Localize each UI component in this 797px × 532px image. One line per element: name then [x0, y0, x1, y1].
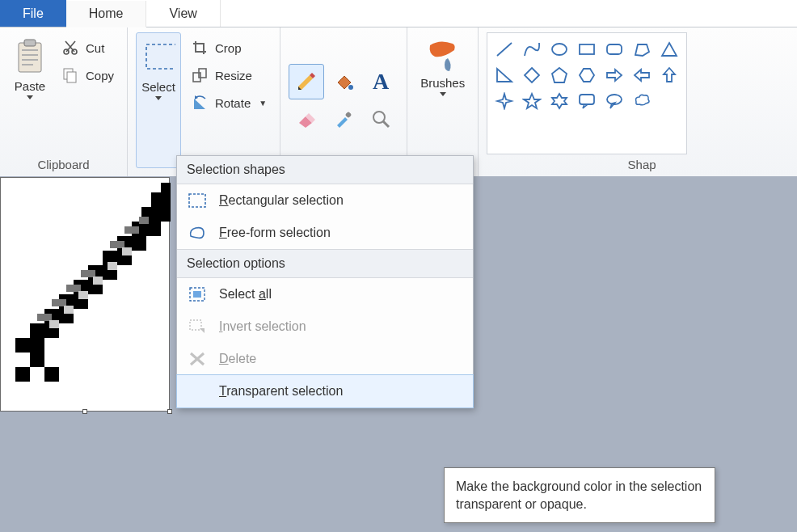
- shape-arrow-up[interactable]: [657, 64, 681, 87]
- tool-text[interactable]: A: [363, 64, 398, 99]
- crop-button[interactable]: Crop: [186, 36, 272, 60]
- svg-line-25: [383, 121, 389, 127]
- shape-arrow-left[interactable]: [630, 64, 654, 87]
- menu-freeform-selection[interactable]: Free-form selection: [177, 217, 473, 249]
- shape-line[interactable]: [492, 38, 517, 61]
- magnifier-icon: [370, 108, 391, 129]
- menu-label: Transparent selection: [219, 384, 343, 399]
- svg-rect-12: [146, 44, 175, 69]
- tab-home[interactable]: Home: [66, 1, 147, 27]
- shape-callout-cloud[interactable]: [630, 90, 654, 112]
- tool-eraser[interactable]: [289, 101, 324, 137]
- shape-roundrect[interactable]: [602, 38, 626, 61]
- svg-rect-48: [30, 353, 44, 367]
- svg-rect-67: [161, 183, 171, 192]
- shape-star4[interactable]: [492, 90, 517, 112]
- resize-handle-se[interactable]: [167, 409, 172, 414]
- paste-icon: [13, 36, 47, 78]
- tool-picker[interactable]: [326, 101, 361, 137]
- rect-select-icon: [187, 191, 208, 210]
- blank-icon: [187, 382, 208, 401]
- select-all-icon: [187, 285, 208, 304]
- select-button[interactable]: Select: [136, 32, 181, 168]
- chevron-down-icon: [155, 96, 162, 100]
- delete-icon: [187, 349, 208, 369]
- menu-rectangular-selection[interactable]: Rectangular selection: [177, 184, 473, 217]
- eraser-icon: [296, 108, 317, 129]
- tooltip: Make the background color in the selecti…: [444, 467, 715, 523]
- shape-diamond[interactable]: [520, 64, 544, 87]
- group-label-shapes: Shap: [487, 154, 797, 176]
- group-image: Select Crop Resize: [128, 27, 280, 176]
- menu-invert-selection: Invert selection: [177, 310, 473, 343]
- shape-polygon[interactable]: [630, 38, 654, 61]
- menu-delete: Delete: [177, 343, 473, 375]
- tab-file[interactable]: File: [0, 0, 66, 27]
- menu-select-all[interactable]: Select all: [177, 278, 473, 310]
- rotate-button[interactable]: Rotate ▼: [186, 91, 272, 115]
- copy-label: Copy: [86, 69, 114, 82]
- shape-hexagon[interactable]: [575, 64, 599, 87]
- menu-transparent-selection[interactable]: Transparent selection: [177, 375, 473, 407]
- chevron-down-icon: ▼: [259, 99, 267, 108]
- svg-rect-74: [189, 194, 205, 207]
- svg-rect-42: [580, 95, 594, 104]
- shape-callout-round[interactable]: [575, 90, 599, 112]
- svg-marker-34: [552, 68, 567, 82]
- shape-curve[interactable]: [520, 38, 544, 61]
- dd-header-shapes: Selection shapes: [177, 156, 473, 184]
- paste-button[interactable]: Paste: [8, 32, 52, 154]
- svg-point-20: [348, 85, 353, 90]
- tool-pencil[interactable]: [289, 64, 324, 99]
- cut-label: Cut: [86, 41, 104, 55]
- brush-icon: [424, 36, 462, 74]
- invert-selection-icon: [187, 317, 208, 336]
- select-icon: [141, 36, 175, 78]
- group-shapes: Shap: [479, 27, 797, 176]
- shape-pentagon[interactable]: [547, 64, 571, 87]
- tool-magnifier[interactable]: [363, 101, 398, 137]
- svg-marker-40: [524, 94, 540, 108]
- shape-star5[interactable]: [520, 90, 544, 112]
- svg-rect-28: [580, 44, 594, 54]
- svg-marker-32: [497, 69, 512, 82]
- resize-button[interactable]: Resize: [186, 63, 272, 87]
- shape-star6[interactable]: [547, 90, 571, 112]
- svg-rect-54: [52, 299, 66, 306]
- svg-rect-77: [190, 320, 201, 330]
- tool-fill[interactable]: [326, 64, 361, 99]
- group-brushes: Brushes: [407, 27, 479, 176]
- resize-label: Resize: [215, 69, 252, 82]
- copy-button[interactable]: Copy: [57, 63, 119, 87]
- canvas[interactable]: [0, 177, 170, 412]
- shapes-gallery[interactable]: [487, 32, 687, 154]
- svg-marker-17: [298, 75, 313, 90]
- svg-marker-15: [194, 99, 205, 109]
- svg-marker-38: [664, 68, 675, 82]
- resize-handle-s[interactable]: [82, 409, 87, 414]
- svg-marker-78: [200, 328, 205, 333]
- shape-triangle[interactable]: [657, 38, 681, 61]
- svg-marker-41: [552, 94, 567, 108]
- bucket-icon: [333, 71, 354, 92]
- pencil-icon: [295, 70, 318, 93]
- group-tools: A: [280, 27, 407, 176]
- svg-rect-58: [81, 270, 95, 277]
- menu-label: Select all: [219, 287, 272, 302]
- shape-rect[interactable]: [575, 38, 599, 61]
- svg-rect-65: [139, 217, 149, 224]
- shape-callout-oval[interactable]: [602, 90, 626, 112]
- tab-view[interactable]: View: [146, 0, 220, 27]
- svg-rect-11: [67, 72, 76, 82]
- svg-marker-31: [662, 43, 677, 56]
- svg-rect-66: [151, 192, 171, 207]
- freeform-select-icon: [187, 223, 208, 243]
- shape-right-triangle[interactable]: [492, 64, 517, 87]
- rotate-icon: [191, 94, 209, 112]
- shape-arrow-right[interactable]: [602, 64, 626, 87]
- shape-oval[interactable]: [547, 38, 571, 61]
- svg-rect-47: [44, 367, 59, 382]
- cut-button[interactable]: Cut: [57, 36, 119, 60]
- brushes-button[interactable]: Brushes: [415, 32, 470, 168]
- copy-icon: [61, 66, 79, 84]
